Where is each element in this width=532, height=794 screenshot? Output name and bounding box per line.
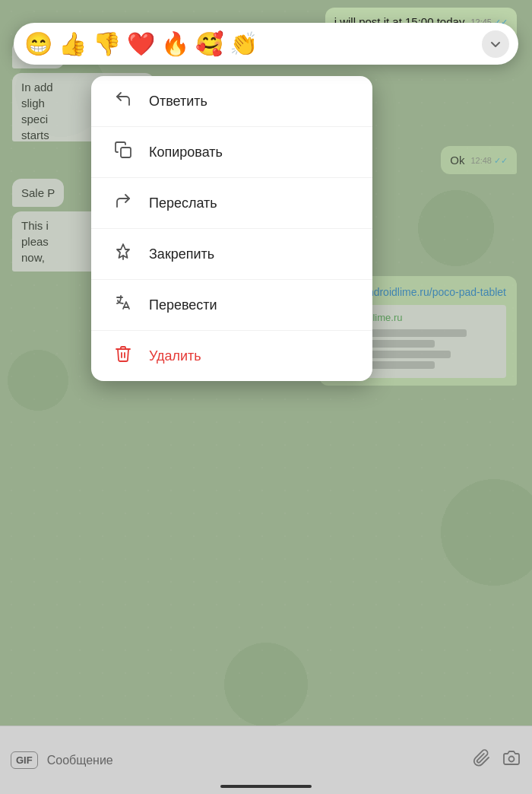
context-reply-label: Ответить xyxy=(149,94,207,110)
translate-icon xyxy=(112,294,134,316)
emoji-thumbsup[interactable]: 👍 xyxy=(57,29,88,59)
emoji-clap[interactable]: 👏 xyxy=(228,29,259,59)
context-pin-label: Закрепить xyxy=(149,246,214,262)
context-menu: Ответить Копировать Переслать За xyxy=(91,76,372,381)
copy-icon xyxy=(112,141,134,164)
context-menu-item-pin[interactable]: Закрепить xyxy=(91,229,372,280)
context-menu-item-delete[interactable]: Удалить xyxy=(91,331,372,381)
home-indicator xyxy=(220,785,312,788)
forward-icon xyxy=(112,192,134,214)
context-menu-item-reply[interactable]: Ответить xyxy=(91,76,372,127)
context-menu-item-forward[interactable]: Переслать xyxy=(91,178,372,229)
emoji-fire[interactable]: 🔥 xyxy=(160,29,191,59)
context-copy-label: Копировать xyxy=(149,145,223,160)
svg-rect-0 xyxy=(121,148,131,157)
emoji-thumbsdown[interactable]: 👎 xyxy=(91,29,122,59)
context-delete-label: Удалить xyxy=(149,348,201,364)
context-forward-label: Переслать xyxy=(149,195,217,211)
emoji-more-button[interactable] xyxy=(482,30,509,58)
emoji-reaction-bar: 😁 👍 👎 ❤️ 🔥 🥰 👏 xyxy=(14,23,518,65)
delete-icon xyxy=(112,345,134,367)
emoji-heart[interactable]: ❤️ xyxy=(125,29,157,59)
context-menu-item-copy[interactable]: Копировать xyxy=(91,127,372,178)
pin-icon xyxy=(112,243,134,265)
emoji-hearts-face[interactable]: 🥰 xyxy=(194,29,225,59)
reply-icon xyxy=(112,90,134,113)
context-translate-label: Перевести xyxy=(149,297,217,313)
context-menu-item-translate[interactable]: Перевести xyxy=(91,280,372,331)
emoji-grin[interactable]: 😁 xyxy=(23,29,54,59)
